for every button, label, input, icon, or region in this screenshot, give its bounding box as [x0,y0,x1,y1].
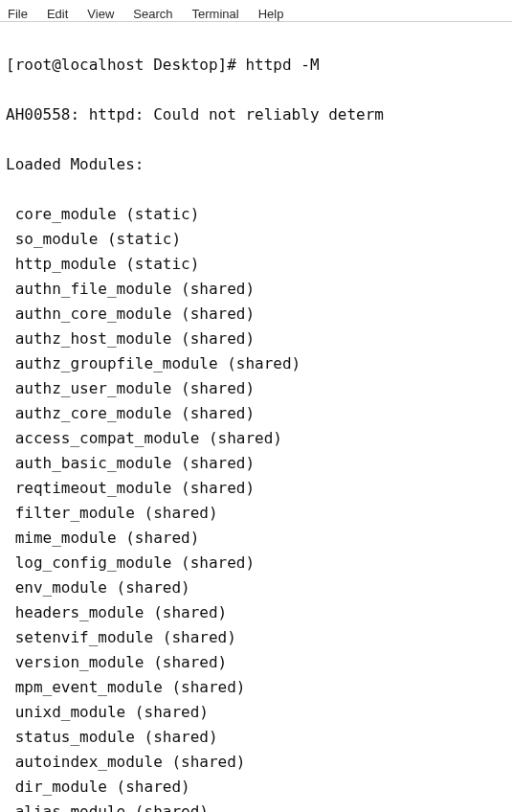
module-line: reqtimeout_module (shared) [6,476,506,501]
module-line: auth_basic_module (shared) [6,451,506,476]
module-line: version_module (shared) [6,650,506,675]
module-line: core_module (static) [6,202,506,227]
module-line: mime_module (shared) [6,526,506,551]
module-line: log_config_module (shared) [6,551,506,575]
module-line: unixd_module (shared) [6,700,506,725]
menu-edit[interactable]: Edit [47,7,68,21]
module-line: http_module (static) [6,252,506,277]
module-line: env_module (shared) [6,575,506,600]
module-line: access_compat_module (shared) [6,426,506,451]
header-line: Loaded Modules: [6,152,506,177]
terminal-content[interactable]: [root@localhost Desktop]# httpd -M AH005… [0,22,512,812]
module-line: headers_module (shared) [6,600,506,625]
module-line: authz_groupfile_module (shared) [6,351,506,376]
module-line: authn_file_module (shared) [6,277,506,302]
menu-file[interactable]: File [8,7,28,21]
module-line: so_module (static) [6,227,506,252]
module-line: authz_core_module (shared) [6,401,506,426]
module-line: autoindex_module (shared) [6,750,506,775]
module-line: setenvif_module (shared) [6,625,506,650]
module-line: authz_user_module (shared) [6,376,506,401]
module-line: dir_module (shared) [6,775,506,800]
menu-search[interactable]: Search [133,7,172,21]
menu-view[interactable]: View [87,7,114,21]
module-line: status_module (shared) [6,725,506,750]
menu-terminal[interactable]: Terminal [192,7,239,21]
module-line: filter_module (shared) [6,501,506,526]
module-line: authz_host_module (shared) [6,327,506,351]
module-line: alias_module (shared) [6,800,506,812]
module-line: authn_core_module (shared) [6,302,506,327]
menubar: File Edit View Search Terminal Help [0,0,512,22]
terminal-window: File Edit View Search Terminal Help [roo… [0,0,512,812]
menu-help[interactable]: Help [258,7,284,21]
warning-line: AH00558: httpd: Could not reliably deter… [6,102,506,127]
module-line: mpm_event_module (shared) [6,675,506,700]
prompt-line: [root@localhost Desktop]# httpd -M [6,53,506,78]
